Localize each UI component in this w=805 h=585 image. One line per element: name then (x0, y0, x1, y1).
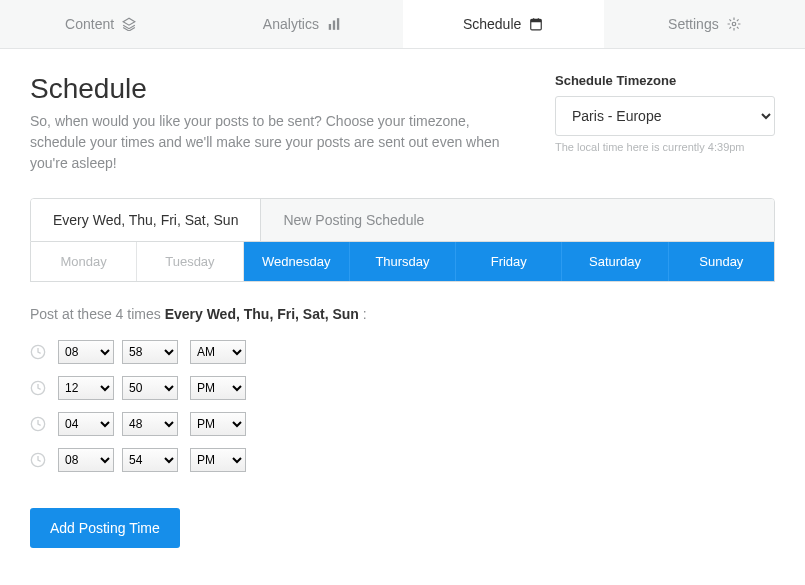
tab-label: Analytics (263, 16, 319, 32)
tab-label: Content (65, 16, 114, 32)
tab-analytics[interactable]: Analytics (201, 0, 402, 48)
svg-rect-4 (531, 19, 542, 22)
svg-rect-1 (333, 21, 335, 30)
day-sunday[interactable]: Sunday (669, 242, 774, 281)
ampm-select[interactable]: PM (190, 448, 246, 472)
hour-select[interactable]: 04 (58, 412, 114, 436)
clock-icon (30, 452, 46, 468)
ampm-select[interactable]: PM (190, 376, 246, 400)
timezone-section: Schedule Timezone Paris - Europe The loc… (555, 73, 775, 174)
day-saturday[interactable]: Saturday (562, 242, 668, 281)
schedule-tab-new[interactable]: New Posting Schedule (261, 199, 774, 241)
hour-select[interactable]: 08 (58, 340, 114, 364)
day-monday[interactable]: Monday (31, 242, 137, 281)
schedule-tab-current[interactable]: Every Wed, Thu, Fri, Sat, Sun (31, 199, 261, 241)
ampm-select[interactable]: AM (190, 340, 246, 364)
minute-select[interactable]: 58 (122, 340, 178, 364)
clock-icon (30, 344, 46, 360)
svg-rect-2 (337, 18, 339, 30)
day-selector-row: Monday Tuesday Wednesday Thursday Friday… (30, 242, 775, 282)
tab-content[interactable]: Content (0, 0, 201, 48)
svg-rect-0 (329, 24, 331, 30)
layers-icon (122, 17, 136, 31)
time-row: 08 54 PM (30, 448, 775, 472)
time-row: 12 50 PM (30, 376, 775, 400)
hour-select[interactable]: 08 (58, 448, 114, 472)
nav-tabs: Content Analytics Schedule Settings (0, 0, 805, 49)
tab-settings[interactable]: Settings (604, 0, 805, 48)
timezone-label: Schedule Timezone (555, 73, 775, 88)
calendar-icon (529, 17, 543, 31)
minute-select[interactable]: 48 (122, 412, 178, 436)
minute-select[interactable]: 50 (122, 376, 178, 400)
tab-label: Settings (668, 16, 719, 32)
post-times-label: Post at these 4 times Every Wed, Thu, Fr… (30, 306, 775, 322)
clock-icon (30, 416, 46, 432)
timezone-select[interactable]: Paris - Europe (555, 96, 775, 136)
bars-icon (327, 17, 341, 31)
add-posting-time-button[interactable]: Add Posting Time (30, 508, 180, 548)
day-thursday[interactable]: Thursday (350, 242, 456, 281)
page-title: Schedule (30, 73, 515, 105)
time-rows: 08 58 AM 12 50 PM 04 48 PM 08 54 PM (30, 340, 775, 472)
minute-select[interactable]: 54 (122, 448, 178, 472)
time-row: 04 48 PM (30, 412, 775, 436)
clock-icon (30, 380, 46, 396)
time-row: 08 58 AM (30, 340, 775, 364)
page-subtitle: So, when would you like your posts to be… (30, 111, 515, 174)
day-wednesday[interactable]: Wednesday (244, 242, 350, 281)
timezone-note: The local time here is currently 4:39pm (555, 141, 775, 153)
day-friday[interactable]: Friday (456, 242, 562, 281)
gear-icon (727, 17, 741, 31)
hour-select[interactable]: 12 (58, 376, 114, 400)
svg-point-7 (732, 22, 736, 26)
tab-schedule[interactable]: Schedule (403, 0, 604, 48)
tab-label: Schedule (463, 16, 521, 32)
page-content: Schedule So, when would you like your po… (0, 49, 805, 572)
day-tuesday[interactable]: Tuesday (137, 242, 243, 281)
schedule-tabs: Every Wed, Thu, Fri, Sat, Sun New Postin… (30, 198, 775, 242)
ampm-select[interactable]: PM (190, 412, 246, 436)
